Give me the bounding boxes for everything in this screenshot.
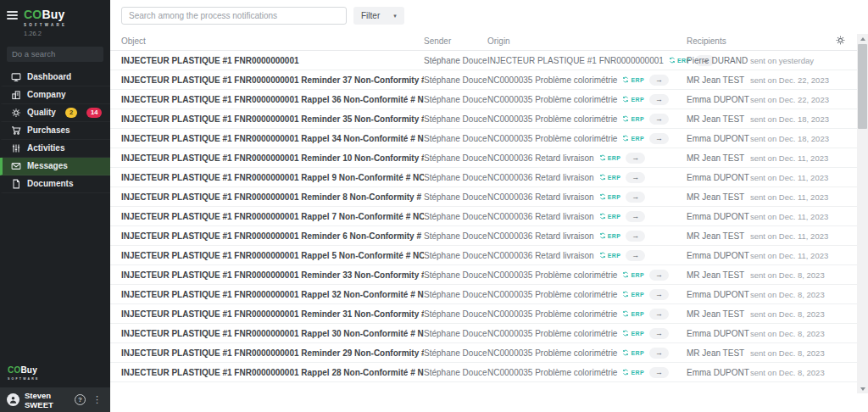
table-row[interactable]: INJECTEUR PLASTIQUE #1 FNR0000000001 Rem… bbox=[110, 343, 868, 363]
hamburger-menu-icon[interactable] bbox=[7, 11, 18, 21]
erp-chip: ERP bbox=[599, 252, 621, 259]
scrollbar-up-arrow[interactable] bbox=[857, 34, 868, 43]
help-icon[interactable]: ? bbox=[75, 394, 86, 405]
cell-origin: NC0000035 Problème colorimétrie ERP → bbox=[487, 289, 687, 300]
sync-icon bbox=[669, 57, 676, 64]
table-row[interactable]: INJECTEUR PLASTIQUE #1 FNR0000000001 Rap… bbox=[110, 207, 868, 226]
table-row[interactable]: INJECTEUR PLASTIQUE #1 FNR0000000001 Sté… bbox=[110, 51, 868, 70]
cell-sent-date: sent on Dec. 22, 2023 bbox=[750, 75, 835, 85]
cell-sender: Stéphane Douce bbox=[424, 251, 487, 260]
sidebar-search-input[interactable] bbox=[7, 47, 103, 62]
sidebar-item-documents[interactable]: Documents bbox=[0, 175, 110, 193]
open-arrow-button[interactable]: → bbox=[626, 231, 645, 242]
erp-label: ERP bbox=[608, 155, 621, 161]
sync-icon bbox=[599, 213, 606, 220]
open-arrow-button[interactable]: → bbox=[626, 211, 645, 222]
cell-origin-text: NC0000036 Retard livraison bbox=[487, 192, 594, 202]
cell-sender: Stéphane Douce bbox=[424, 134, 487, 143]
column-settings-gear-icon[interactable] bbox=[835, 35, 846, 47]
sidebar-item-messages[interactable]: Messages bbox=[0, 158, 110, 175]
table-row[interactable]: INJECTEUR PLASTIQUE #1 FNR0000000001 Rap… bbox=[110, 285, 868, 304]
cell-object: INJECTEUR PLASTIQUE #1 FNR0000000001 Rap… bbox=[121, 212, 424, 221]
cell-origin: NC0000035 Problème colorimétrie ERP → bbox=[487, 309, 687, 320]
column-header-recipients[interactable]: Recipients bbox=[687, 36, 750, 46]
open-arrow-button[interactable]: → bbox=[649, 94, 669, 105]
open-arrow-button[interactable]: → bbox=[626, 250, 645, 261]
open-arrow-button[interactable]: → bbox=[649, 328, 669, 339]
erp-chip: ERP bbox=[622, 291, 644, 298]
table-row[interactable]: INJECTEUR PLASTIQUE #1 FNR0000000001 Rem… bbox=[110, 265, 868, 285]
cell-sent-date: sent on Dec. 11, 2023 bbox=[750, 251, 835, 260]
sync-icon bbox=[622, 96, 629, 103]
table-row[interactable]: INJECTEUR PLASTIQUE #1 FNR0000000001 Rem… bbox=[110, 109, 868, 129]
table-row[interactable]: INJECTEUR PLASTIQUE #1 FNR0000000001 Rap… bbox=[110, 168, 868, 187]
table-row[interactable]: INJECTEUR PLASTIQUE #1 FNR0000000001 Rap… bbox=[110, 129, 868, 148]
sync-icon bbox=[599, 252, 606, 259]
cell-object: INJECTEUR PLASTIQUE #1 FNR0000000001 Rem… bbox=[121, 231, 424, 241]
cell-origin: NC0000035 Problème colorimétrie ERP → bbox=[487, 328, 687, 339]
cell-origin: NC0000036 Retard livraison ERP → bbox=[487, 250, 687, 261]
building-icon bbox=[10, 89, 21, 100]
table-row[interactable]: INJECTEUR PLASTIQUE #1 FNR0000000001 Rem… bbox=[110, 70, 868, 90]
scrollbar-down-arrow[interactable] bbox=[857, 384, 868, 393]
open-arrow-button[interactable]: → bbox=[649, 367, 669, 378]
cell-sender: Stéphane Douce bbox=[424, 231, 487, 241]
sidebar-item-dashboard[interactable]: Dashboard bbox=[0, 69, 110, 86]
cell-origin-text: NC0000036 Retard livraison bbox=[487, 251, 594, 260]
cell-sent-date: sent on yesterday bbox=[750, 56, 835, 65]
notifications-search-input[interactable] bbox=[121, 7, 347, 25]
sidebar-item-quality[interactable]: Quality 2 14 bbox=[0, 104, 110, 122]
vertical-scrollbar[interactable] bbox=[857, 34, 868, 393]
sidebar-item-company[interactable]: Company bbox=[0, 86, 110, 104]
open-arrow-button[interactable]: → bbox=[649, 270, 669, 281]
open-arrow-button[interactable]: → bbox=[649, 309, 669, 320]
cell-object: INJECTEUR PLASTIQUE #1 FNR0000000001 Rap… bbox=[121, 173, 424, 182]
open-arrow-button[interactable]: → bbox=[649, 133, 669, 144]
cell-sent-date: sent on Dec. 22, 2023 bbox=[750, 95, 835, 104]
scrollbar-thumb[interactable] bbox=[858, 44, 867, 129]
table-row[interactable]: INJECTEUR PLASTIQUE #1 FNR0000000001 Rap… bbox=[110, 324, 868, 343]
table-row[interactable]: INJECTEUR PLASTIQUE #1 FNR0000000001 Rem… bbox=[110, 226, 868, 246]
kebab-menu-icon[interactable]: ⋮ bbox=[91, 395, 103, 404]
cell-object: INJECTEUR PLASTIQUE #1 FNR0000000001 Rem… bbox=[121, 192, 424, 202]
open-arrow-button[interactable]: → bbox=[649, 289, 669, 300]
cell-object: INJECTEUR PLASTIQUE #1 FNR0000000001 Rap… bbox=[121, 95, 424, 104]
column-header-origin[interactable]: Origin bbox=[487, 36, 687, 46]
table-row[interactable]: INJECTEUR PLASTIQUE #1 FNR0000000001 Rem… bbox=[110, 304, 868, 324]
cell-recipient: MR Jean TEST bbox=[687, 309, 750, 319]
erp-chip: ERP bbox=[622, 369, 644, 376]
table-row[interactable]: INJECTEUR PLASTIQUE #1 FNR0000000001 Rap… bbox=[110, 246, 868, 265]
cell-recipient: Pierre DURAND bbox=[687, 56, 750, 65]
column-header-sender[interactable]: Sender bbox=[424, 36, 487, 46]
open-arrow-button[interactable]: → bbox=[649, 114, 669, 125]
open-arrow-button[interactable]: → bbox=[626, 192, 645, 203]
cell-origin: NC0000035 Problème colorimétrie ERP → bbox=[487, 133, 687, 144]
sidebar-item-label: Quality bbox=[27, 108, 56, 117]
open-arrow-button[interactable]: → bbox=[649, 348, 669, 359]
filter-dropdown[interactable]: Filter ▾ bbox=[353, 7, 404, 25]
cell-object: INJECTEUR PLASTIQUE #1 FNR0000000001 Rem… bbox=[121, 309, 424, 319]
column-header-object[interactable]: Object bbox=[121, 36, 424, 46]
cell-sent-date: sent on Dec. 18, 2023 bbox=[750, 114, 835, 124]
table-row[interactable]: INJECTEUR PLASTIQUE #1 FNR0000000001 Rap… bbox=[110, 90, 868, 109]
erp-label: ERP bbox=[631, 116, 644, 122]
open-arrow-button[interactable]: → bbox=[626, 153, 645, 164]
erp-label: ERP bbox=[631, 370, 644, 376]
cell-sender: Stéphane Douce bbox=[424, 348, 487, 358]
user-avatar[interactable] bbox=[7, 393, 19, 406]
topbar: Filter ▾ bbox=[110, 0, 868, 31]
cell-sent-date: sent on Dec. 11, 2023 bbox=[750, 192, 835, 202]
open-arrow-button[interactable]: → bbox=[649, 75, 669, 86]
open-arrow-button[interactable]: → bbox=[626, 172, 645, 183]
table-row[interactable]: INJECTEUR PLASTIQUE #1 FNR0000000001 Rem… bbox=[110, 187, 868, 207]
sidebar-item-activities[interactable]: Activities bbox=[0, 140, 110, 158]
table-row[interactable]: INJECTEUR PLASTIQUE #1 FNR0000000001 Rap… bbox=[110, 363, 868, 382]
erp-label: ERP bbox=[608, 214, 621, 220]
cell-recipient: MR Jean TEST bbox=[687, 270, 750, 280]
table-row[interactable]: INJECTEUR PLASTIQUE #1 FNR0000000001 Rem… bbox=[110, 148, 868, 168]
cell-origin-text: NC0000036 Retard livraison bbox=[487, 231, 594, 241]
erp-label: ERP bbox=[608, 175, 621, 181]
sidebar-item-purchases[interactable]: Purchases bbox=[0, 122, 110, 140]
erp-label: ERP bbox=[608, 253, 621, 259]
cell-sender: Stéphane Douce bbox=[424, 192, 487, 202]
